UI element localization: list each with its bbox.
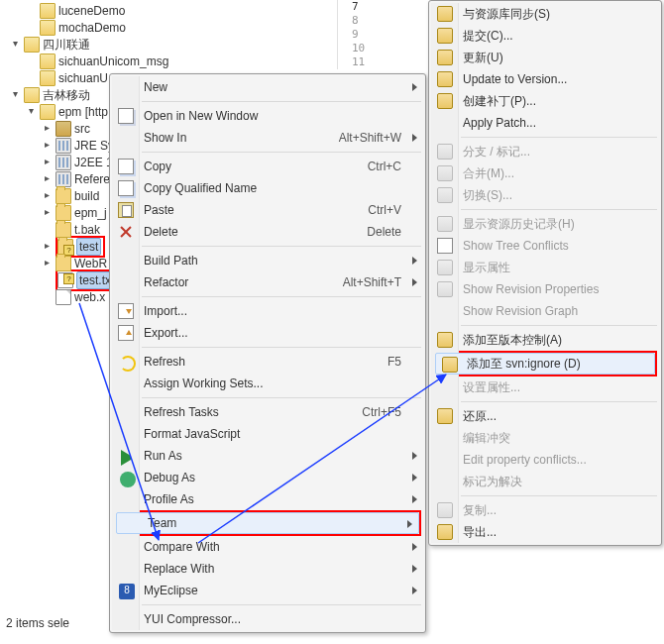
menu-item-accelerator: Ctrl+C	[368, 160, 401, 173]
tree-node[interactable]: sichuanUnicom_msg	[2, 53, 339, 69]
node-label: mochaDemo	[58, 20, 126, 36]
menu-item: 编辑冲突	[431, 427, 659, 449]
menu-item-label: Run As	[144, 449, 401, 463]
node-label: sichuanU	[58, 70, 108, 86]
menu-item[interactable]: YUI Compressor...	[112, 608, 423, 630]
annotation-red-box: Team	[114, 510, 421, 536]
expand-icon[interactable]	[38, 222, 55, 238]
expand-icon[interactable]: ▾	[6, 87, 24, 103]
line-number: 10	[338, 42, 436, 55]
m-svn-icon	[437, 28, 453, 44]
node-label: epm_j	[74, 205, 107, 221]
menu-item[interactable]: 与资源库同步(S)	[431, 3, 659, 25]
node-label: JRE Sy	[74, 138, 114, 154]
menu-separator	[142, 101, 421, 102]
menu-item[interactable]: DeleteDelete	[112, 221, 423, 243]
menu-separator	[461, 209, 657, 210]
menu-item-label: 添加至 svn:ignore (D)	[467, 356, 632, 373]
submenu-arrow-icon	[407, 520, 412, 528]
menu-item-label: Build Path	[144, 254, 401, 268]
menu-item-label: Show Tree Conflicts	[463, 239, 637, 253]
menu-item-label: Edit property conflicts...	[463, 453, 637, 467]
menu-item[interactable]: PasteCtrl+V	[112, 199, 423, 221]
node-icon	[55, 222, 71, 238]
menu-item[interactable]: Apply Patch...	[431, 112, 659, 134]
expand-icon[interactable]	[22, 20, 40, 36]
expand-icon[interactable]	[38, 289, 55, 305]
tree-node[interactable]: mochaDemo	[2, 19, 339, 36]
node-label: 吉林移动	[43, 87, 90, 103]
menu-item[interactable]: Assign Working Sets...	[112, 373, 423, 394]
menu-item[interactable]: 添加至版本控制(A)	[431, 329, 659, 351]
menu-separator	[461, 137, 657, 138]
menu-item[interactable]: 创建补丁(P)...	[431, 90, 659, 112]
menu-item[interactable]: Team	[116, 512, 419, 534]
expand-icon[interactable]: ▸	[38, 155, 55, 170]
menu-item[interactable]: Refresh TasksCtrl+F5	[112, 401, 423, 423]
tree-node[interactable]: luceneDemo	[2, 2, 339, 19]
menu-item[interactable]: Copy Qualified Name	[112, 177, 423, 199]
menu-item[interactable]: New	[112, 76, 423, 98]
menu-item[interactable]: Export...	[112, 322, 423, 344]
menu-item[interactable]: 导出...	[431, 521, 659, 543]
expand-icon[interactable]	[38, 272, 55, 288]
menu-item[interactable]: 8MyEclipse	[112, 580, 423, 601]
menu-item[interactable]: Format JavaScript	[112, 423, 423, 445]
menu-item[interactable]: CopyCtrl+C	[112, 156, 423, 177]
expand-icon[interactable]: ▸	[38, 188, 55, 204]
menu-item[interactable]: RefactorAlt+Shift+T	[112, 271, 423, 293]
menu-item[interactable]: Run As	[112, 445, 423, 467]
expand-icon[interactable]: ▾	[22, 104, 40, 120]
node-label: build	[74, 188, 99, 204]
submenu-arrow-icon	[412, 495, 417, 503]
menu-item-label: Team	[148, 516, 396, 530]
menu-item[interactable]: 添加至 svn:ignore (D)	[435, 353, 655, 375]
expand-icon[interactable]: ▾	[6, 37, 24, 53]
menu-item[interactable]: RefreshF5	[112, 351, 423, 373]
menu-item[interactable]: Open in New Window	[112, 105, 423, 127]
m-svn-icon	[437, 6, 453, 22]
m-newwin-icon	[118, 108, 134, 124]
menu-item-label: Assign Working Sets...	[144, 376, 401, 390]
expand-icon[interactable]: ▸	[38, 256, 55, 271]
menu-item[interactable]: Compare With	[112, 536, 423, 558]
expand-icon[interactable]	[22, 54, 40, 69]
menu-item: 合并(M)...	[431, 162, 659, 184]
expand-icon[interactable]: ▸	[38, 138, 55, 154]
menu-item-label: 标记为解决	[463, 474, 637, 490]
m-copy-icon	[118, 180, 134, 196]
line-number: 11	[338, 55, 436, 69]
node-label: J2EE 1	[74, 155, 113, 170]
menu-item[interactable]: Build Path	[112, 250, 423, 271]
expand-icon[interactable]: ▸	[38, 121, 55, 137]
menu-item-label: Delete	[144, 225, 343, 239]
m-copy-icon	[118, 159, 134, 174]
menu-separator	[142, 397, 421, 398]
menu-item[interactable]: Replace With	[112, 558, 423, 580]
context-submenu-team[interactable]: 与资源库同步(S)提交(C)...更新(U)Update to Version.…	[428, 0, 662, 546]
menu-item[interactable]: 提交(C)...	[431, 25, 659, 47]
menu-item[interactable]: Update to Version...	[431, 68, 659, 90]
expand-icon[interactable]: ▸	[38, 205, 55, 221]
context-menu-main[interactable]: NewOpen in New WindowShow InAlt+Shift+WC…	[109, 73, 426, 633]
tree-node[interactable]: ▾四川联通	[2, 36, 339, 53]
menu-separator	[461, 401, 657, 402]
node-icon	[24, 87, 40, 103]
menu-item[interactable]: 还原...	[431, 405, 659, 427]
menu-item[interactable]: 更新(U)	[431, 47, 659, 68]
expand-icon[interactable]: ▸	[38, 171, 55, 187]
expand-icon[interactable]: ▸	[38, 239, 55, 255]
submenu-arrow-icon	[412, 134, 417, 142]
expand-icon[interactable]	[22, 3, 40, 19]
menu-item[interactable]: Profile As	[112, 488, 423, 510]
submenu-arrow-icon	[412, 278, 417, 286]
menu-item-label: 添加至版本控制(A)	[463, 332, 637, 349]
menu-item[interactable]: Show InAlt+Shift+W	[112, 127, 423, 149]
menu-item[interactable]: Import...	[112, 300, 423, 322]
menu-separator	[142, 347, 421, 348]
m-svn-dis-icon	[437, 216, 453, 232]
menu-item[interactable]: Debug As	[112, 467, 423, 488]
menu-item-accelerator: Delete	[367, 225, 401, 239]
menu-item-label: Show In	[144, 131, 315, 145]
expand-icon[interactable]	[22, 70, 40, 86]
